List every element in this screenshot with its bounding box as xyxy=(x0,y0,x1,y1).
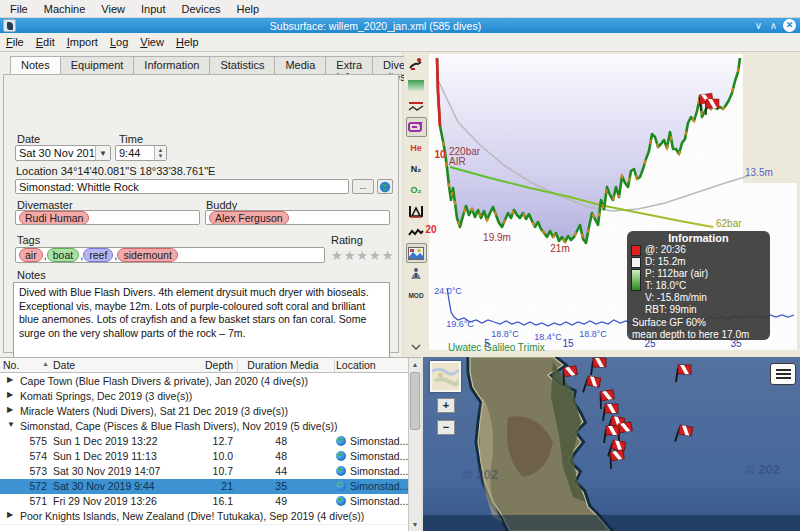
col-depth[interactable]: Depth xyxy=(188,359,233,371)
tab-information[interactable]: Information xyxy=(133,56,209,75)
chevron-down-icon[interactable]: ▼ xyxy=(95,146,110,160)
trip-label: Poor Knights Islands, New Zealand (Dive!… xyxy=(20,510,364,522)
minimize-button[interactable]: ∨ xyxy=(751,18,766,33)
menu-help[interactable]: Help xyxy=(170,36,205,48)
dive-mode-icon[interactable] xyxy=(406,54,427,74)
tab-equipment[interactable]: Equipment xyxy=(60,56,134,75)
scuba-diver-icon[interactable] xyxy=(406,264,427,284)
partial-row[interactable] xyxy=(0,524,408,531)
col-location[interactable]: Location xyxy=(336,359,376,371)
expander-closed-icon[interactable]: ▶ xyxy=(7,510,13,519)
star-icon[interactable]: ★ xyxy=(382,248,395,263)
expander-closed-icon[interactable]: ▶ xyxy=(7,375,13,384)
menu-log[interactable]: Log xyxy=(104,36,134,48)
rating-stars[interactable]: ★★★★★ xyxy=(331,248,394,263)
tag-chip[interactable]: sidemount xyxy=(117,248,177,262)
map-menu-button[interactable] xyxy=(770,363,796,385)
map-zoom-in-button[interactable]: + xyxy=(437,398,455,413)
menu-import[interactable]: Import xyxy=(61,36,104,48)
star-icon[interactable]: ★ xyxy=(369,248,382,263)
scroll-down-icon[interactable]: ▼ xyxy=(409,518,421,531)
col-no[interactable]: No. xyxy=(3,359,19,371)
col-duration[interactable]: Duration xyxy=(233,359,287,371)
trip-group-row[interactable]: ▶Poor Knights Islands, New Zealand (Dive… xyxy=(0,509,408,524)
tag-chip[interactable]: boat xyxy=(47,248,79,262)
trip-group-row[interactable]: ▼Simonstad, Cape (Pisces & Blue Flash Di… xyxy=(0,419,408,434)
host-menu-devices[interactable]: Devices xyxy=(173,3,228,15)
info-row: P: 112bar (air) xyxy=(627,268,770,280)
expander-closed-icon[interactable]: ▶ xyxy=(7,390,13,399)
trip-label: Simonstad, Cape (Pisces & Blue Flash Div… xyxy=(20,420,337,432)
header-separator xyxy=(237,359,238,372)
divemaster-chip[interactable]: Rudi Human xyxy=(19,211,89,225)
location-more-button[interactable]: ... xyxy=(352,179,374,194)
host-menu-machine[interactable]: Machine xyxy=(36,3,94,15)
tab-notes[interactable]: Notes xyxy=(10,56,60,75)
info-row: @: 20:36 xyxy=(627,244,770,256)
heart-rate-icon[interactable] xyxy=(406,222,427,242)
tags-input[interactable]: air,boat,reef,sidemount xyxy=(15,247,325,263)
date-combobox[interactable]: Sat 30 Nov 2019 ▼ xyxy=(15,145,111,161)
trip-group-row[interactable]: ▶Miracle Waters (Nudi Divers), Sat 21 De… xyxy=(0,404,408,419)
buddy-chip[interactable]: Alex Ferguson xyxy=(209,211,289,225)
tab-statistics[interactable]: Statistics xyxy=(209,56,274,75)
menu-edit[interactable]: Edit xyxy=(30,36,61,48)
col-media[interactable]: Media xyxy=(290,359,319,371)
time-spinbox[interactable]: 9:44 ▲▼ xyxy=(115,145,167,161)
minimap-overview[interactable] xyxy=(430,361,461,392)
time-label: Time xyxy=(119,133,143,145)
dive-row[interactable]: 575Sun 1 Dec 2019 13:2212.748Simonstad..… xyxy=(0,434,408,449)
close-button[interactable]: ✕ xyxy=(783,19,796,32)
expander-closed-icon[interactable]: ▶ xyxy=(7,405,13,414)
dive-row[interactable]: 574Sun 1 Dec 2019 11:1310.048Simonstad..… xyxy=(0,449,408,464)
star-icon[interactable]: ★ xyxy=(331,248,344,263)
header-separator xyxy=(334,359,335,372)
divemaster-input[interactable]: Rudi Human xyxy=(15,210,200,225)
buddy-input[interactable]: Alex Ferguson xyxy=(205,210,390,225)
show-photos-icon[interactable] xyxy=(406,243,427,263)
scrollbar-thumb[interactable] xyxy=(410,372,420,430)
menu-view[interactable]: View xyxy=(134,36,170,48)
tag-chip[interactable]: air xyxy=(19,248,43,262)
edit-profile-icon[interactable] xyxy=(406,117,427,137)
host-menu-file[interactable]: File xyxy=(2,3,36,15)
dive-location: Simonstad... xyxy=(336,465,408,477)
sort-ascending-icon[interactable]: ▲ xyxy=(42,360,49,367)
tissues-icon[interactable] xyxy=(406,201,427,221)
tab-media[interactable]: Media xyxy=(274,56,325,75)
map-zoom-out-button[interactable]: − xyxy=(437,420,455,435)
dive-row[interactable]: 573Sat 30 Nov 2019 14:0710.744Simonstad.… xyxy=(0,464,408,479)
host-menu-view[interactable]: View xyxy=(93,3,133,15)
dive-list-scrollbar[interactable]: ▲ ▼ xyxy=(408,358,421,531)
mod-icon[interactable]: MOD xyxy=(406,285,427,305)
menu-file[interactable]: File xyxy=(0,36,30,48)
star-icon[interactable]: ★ xyxy=(344,248,357,263)
star-icon[interactable]: ★ xyxy=(356,248,369,263)
tag-chip[interactable]: reef xyxy=(83,248,113,262)
dive-list-header[interactable]: No.▲DateDepthDurationMediaLocation xyxy=(0,358,408,373)
collapse-chevron-icon[interactable] xyxy=(406,337,427,357)
maximize-button[interactable]: ∧ xyxy=(766,18,781,33)
info-title: Information xyxy=(627,231,770,244)
host-menu-help[interactable]: Help xyxy=(229,3,268,15)
dive-row[interactable]: 572Sat 30 Nov 2019 9:442135Simonstad... xyxy=(0,479,408,494)
scroll-up-icon[interactable]: ▲ xyxy=(409,358,421,371)
he-graph-icon[interactable]: He xyxy=(406,138,427,158)
expander-open-icon[interactable]: ▼ xyxy=(7,420,15,429)
host-menu-input[interactable]: Input xyxy=(133,3,173,15)
trip-group-row[interactable]: ▶Cape Town (Blue Flash Divers & private)… xyxy=(0,374,408,389)
calculated-ceiling-icon[interactable] xyxy=(406,96,427,116)
spinner-arrows-icon[interactable]: ▲▼ xyxy=(154,146,166,160)
col-date[interactable]: Date xyxy=(53,359,75,371)
ceiling-gradient-icon[interactable] xyxy=(406,75,427,95)
location-input[interactable]: Simonstad: Whittle Rock xyxy=(15,179,349,194)
trip-group-row[interactable]: ▶Komati Springs, Dec 2019 (3 dive(s)) xyxy=(0,389,408,404)
tags-label: Tags xyxy=(17,234,40,246)
globe-icon xyxy=(336,481,346,491)
dive-row[interactable]: 571Fri 29 Nov 2019 13:2616.149Simonstad.… xyxy=(0,494,408,509)
globe-button[interactable] xyxy=(377,179,393,194)
o2-graph-icon[interactable]: O₂ xyxy=(406,180,427,200)
map-panel[interactable]: + − © 202 © 202 xyxy=(423,357,800,531)
n2-graph-icon[interactable]: N₂ xyxy=(406,159,427,179)
tab-extra-info[interactable]: Extra Info xyxy=(325,56,372,75)
